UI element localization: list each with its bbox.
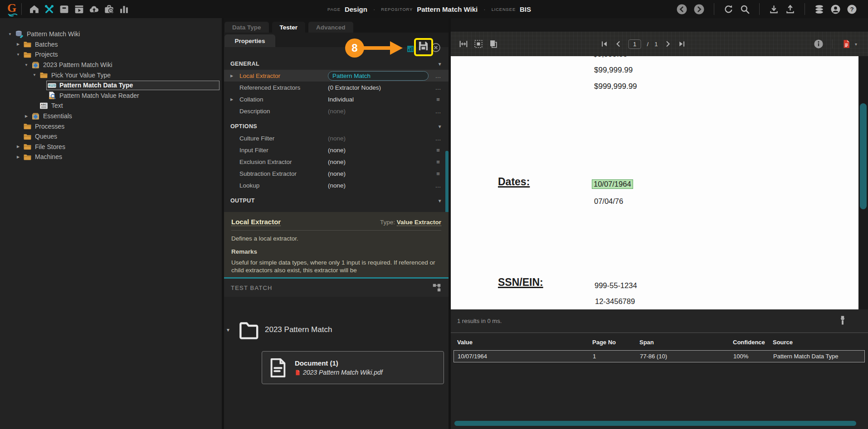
archive-box-icon[interactable] bbox=[59, 4, 70, 15]
property-row-description[interactable]: Description(none)… bbox=[224, 105, 449, 117]
property-group-output[interactable]: OUTPUT▼ bbox=[224, 195, 449, 207]
repository-value[interactable]: Pattern Match Wiki bbox=[417, 5, 478, 13]
tree-node[interactable]: Essentials bbox=[30, 111, 219, 121]
document-card[interactable]: Document (1) 2023 Pattern Match Wiki.pdf bbox=[262, 351, 444, 384]
ellipsis-button[interactable]: … bbox=[432, 72, 444, 79]
menu-button[interactable]: ≡ bbox=[432, 159, 444, 165]
tab-data-type[interactable]: Data Type bbox=[224, 22, 269, 33]
tree-item-pattern-match-value-reader[interactable]: Pattern Match Value Reader bbox=[0, 91, 222, 101]
expander-icon[interactable]: ▼ bbox=[31, 73, 38, 77]
expander-icon[interactable]: ▶ bbox=[230, 97, 239, 101]
flashlight-icon[interactable] bbox=[837, 314, 848, 326]
results-table-row[interactable]: 10/07/1964177-86 (10)100%Pattern Match D… bbox=[454, 350, 865, 362]
property-value[interactable]: Pattern Match bbox=[328, 71, 429, 81]
property-value[interactable]: (none) bbox=[328, 135, 432, 142]
tree-item-queues[interactable]: Queues bbox=[0, 131, 222, 142]
tree-item-machines[interactable]: ▶Machines bbox=[0, 152, 222, 162]
hierarchy-icon[interactable] bbox=[432, 283, 442, 293]
property-value[interactable]: (none) bbox=[328, 159, 432, 165]
ellipsis-button[interactable]: … bbox=[432, 182, 444, 189]
property-row-lookup[interactable]: Lookup(none)… bbox=[224, 179, 449, 191]
nav-forward-icon[interactable] bbox=[693, 4, 705, 15]
tree-node[interactable]: Projects bbox=[22, 50, 219, 59]
menu-button[interactable]: ≡ bbox=[432, 96, 444, 103]
licensee-value[interactable]: BIS bbox=[520, 5, 531, 13]
refresh-icon[interactable] bbox=[723, 4, 734, 14]
tree-node[interactable]: File Stores bbox=[22, 142, 219, 151]
column-header-span[interactable]: Span bbox=[639, 339, 733, 346]
property-value[interactable]: (none) bbox=[328, 170, 432, 177]
expander-icon[interactable]: ▶ bbox=[15, 155, 22, 159]
grooper-logo[interactable]: G bbox=[7, 2, 16, 14]
bar-chart-icon[interactable] bbox=[118, 4, 130, 15]
ellipsis-button[interactable]: … bbox=[432, 135, 444, 142]
tree-node[interactable]: Machines bbox=[22, 152, 219, 162]
batch-folder-row[interactable]: ▼ 2023 Pattern Match bbox=[226, 319, 332, 340]
page-value[interactable]: Design bbox=[345, 5, 367, 13]
column-header-source[interactable]: Source bbox=[773, 339, 868, 346]
tree-node[interactable]: Queues bbox=[22, 132, 219, 141]
column-header-confidence[interactable]: Confidence bbox=[733, 339, 773, 346]
results-horizontal-scrollbar[interactable] bbox=[454, 421, 856, 426]
tree-item-processes[interactable]: Processes bbox=[0, 121, 222, 131]
property-row-input-filter[interactable]: Input Filter(none)≡ bbox=[224, 144, 449, 156]
expander-icon[interactable]: ▶ bbox=[23, 114, 30, 118]
chevron-down-icon[interactable]: ▼ bbox=[438, 62, 442, 67]
expander-icon[interactable]: ▼ bbox=[6, 32, 14, 36]
tab-properties[interactable]: Properties bbox=[224, 34, 275, 47]
tree-item-pattern-match-wiki[interactable]: ▼Pattern Match Wiki bbox=[0, 29, 222, 39]
menu-button[interactable]: ≡ bbox=[432, 170, 444, 177]
fit-width-icon[interactable] bbox=[458, 39, 468, 49]
ellipsis-button[interactable]: … bbox=[432, 84, 444, 91]
tree-item-file-stores[interactable]: ▶File Stores bbox=[0, 142, 222, 152]
viewer-scrollbar-thumb[interactable] bbox=[860, 103, 867, 209]
property-row-subtraction-extractor[interactable]: Subtraction Extractor(none)≡ bbox=[224, 168, 449, 179]
property-value[interactable]: Individual bbox=[328, 96, 432, 103]
tree-node[interactable]: 2023 Pattern Match Wiki bbox=[30, 60, 219, 70]
tree-item-batches[interactable]: ▶Batches bbox=[0, 39, 222, 50]
menu-button[interactable]: ≡ bbox=[432, 147, 444, 154]
search-icon[interactable] bbox=[740, 4, 750, 14]
home-icon[interactable] bbox=[29, 4, 40, 15]
tree-item-essentials[interactable]: ▶Essentials bbox=[0, 111, 222, 121]
download-icon[interactable] bbox=[769, 4, 779, 14]
info-icon[interactable] bbox=[814, 39, 824, 49]
chevron-down-icon[interactable]: ▾ bbox=[855, 42, 857, 47]
expander-icon[interactable]: ▶ bbox=[230, 74, 239, 78]
export-pdf-icon[interactable] bbox=[841, 39, 851, 49]
account-icon[interactable] bbox=[830, 4, 841, 14]
expander-icon[interactable]: ▶ bbox=[15, 145, 22, 149]
briefcase-clock-icon[interactable] bbox=[103, 4, 115, 15]
property-row-exclusion-extractor[interactable]: Exclusion Extractor(none)≡ bbox=[224, 156, 449, 168]
tools-icon[interactable] bbox=[44, 4, 55, 15]
help-type-link[interactable]: Value Extractor bbox=[397, 219, 441, 226]
nav-back-icon[interactable] bbox=[676, 4, 688, 15]
tree-node[interactable]: Pattern Match Value Reader bbox=[46, 91, 219, 100]
property-group-general[interactable]: GENERAL▼ bbox=[224, 58, 449, 70]
property-value[interactable]: (0 Extractor Nodes) bbox=[328, 84, 432, 91]
tree-node[interactable]: ABCText bbox=[38, 101, 219, 111]
tree-node[interactable]: Processes bbox=[22, 121, 219, 131]
chevron-down-icon[interactable]: ▼ bbox=[226, 328, 232, 333]
page-number-input[interactable] bbox=[629, 39, 641, 49]
help-icon[interactable]: ? bbox=[847, 4, 857, 14]
last-page-icon[interactable] bbox=[678, 40, 686, 48]
tree-item-projects[interactable]: ▼Projects bbox=[0, 49, 222, 60]
property-row-referenced-extractors[interactable]: Referenced Extractors(0 Extractor Nodes)… bbox=[224, 82, 449, 93]
tree-item-text[interactable]: ABCText bbox=[0, 101, 222, 111]
batch-play-icon[interactable] bbox=[73, 4, 85, 15]
pages-icon[interactable] bbox=[488, 39, 498, 49]
expander-icon[interactable]: ▼ bbox=[15, 53, 22, 57]
tree-node[interactable]: Batches bbox=[22, 39, 219, 49]
property-group-options[interactable]: OPTIONS▼ bbox=[224, 121, 449, 132]
select-region-icon[interactable] bbox=[473, 39, 483, 49]
previous-page-icon[interactable] bbox=[614, 40, 623, 48]
highlighted-extraction-value[interactable]: 10/07/1964 bbox=[592, 179, 633, 189]
tree-node[interactable]: Pick Your Value Type bbox=[38, 70, 219, 80]
next-page-icon[interactable] bbox=[663, 40, 672, 48]
tree-node[interactable]: Pattern Match Wiki bbox=[14, 29, 219, 39]
property-value[interactable]: (none) bbox=[328, 108, 432, 115]
tree-item-2023-pattern-match-wiki[interactable]: ▼2023 Pattern Match Wiki bbox=[0, 60, 222, 70]
chevron-down-icon[interactable]: ▼ bbox=[438, 198, 442, 203]
first-page-icon[interactable] bbox=[600, 40, 609, 48]
